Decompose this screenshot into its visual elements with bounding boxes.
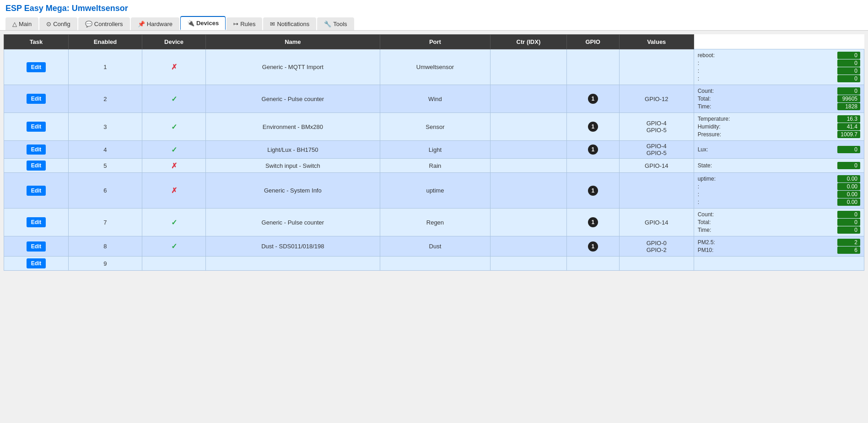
value-row: Count:0 — [698, 87, 860, 95]
device-name: Light/Lux - BH1750 — [206, 141, 380, 159]
values-cell: Temperature:16.3Humidity:41.4Pressure:10… — [694, 113, 864, 141]
edit-button[interactable]: Edit — [27, 186, 46, 196]
controllers-icon: 💬 — [85, 21, 92, 27]
col-header-port: Port — [380, 35, 490, 49]
edit-cell: Edit — [4, 113, 69, 141]
hardware-icon: 📌 — [138, 21, 145, 27]
device-name: Generic - Pulse counter — [206, 85, 380, 113]
nav-tab-tools[interactable]: 🔧Tools — [317, 17, 354, 30]
edit-button[interactable]: Edit — [27, 258, 46, 268]
value-label: Count: — [698, 88, 734, 94]
cross-icon: ✗ — [171, 187, 177, 194]
table-row: Edit8✓Dust - SDS011/018/198Dust1GPIO-0 G… — [4, 236, 864, 257]
value-row: Lux:0 — [698, 146, 860, 153]
devices-label: Devices — [196, 20, 219, 27]
main-label: Main — [19, 21, 32, 27]
cross-icon: ✗ — [171, 162, 177, 170]
edit-button[interactable]: Edit — [27, 241, 46, 252]
gpio-cell: GPIO-4 GPIO-5 — [619, 113, 694, 141]
value-label: : — [698, 191, 734, 198]
edit-button[interactable]: Edit — [27, 122, 46, 132]
enabled-cell: ✓ — [142, 141, 205, 159]
enabled-cell: ✗ — [142, 49, 205, 85]
gpio-cell — [619, 173, 694, 209]
value-label: : — [698, 68, 734, 74]
table-row: Edit3✓Environment - BMx280Sensor1GPIO-4 … — [4, 113, 864, 141]
hardware-label: Hardware — [147, 21, 173, 27]
values-cell: PM2.5:2PM10:6 — [694, 236, 864, 257]
task-number: 3 — [68, 113, 142, 141]
nav-tab-notifications[interactable]: ✉Notifications — [263, 17, 316, 30]
gpio-cell — [619, 49, 694, 85]
value-label: Pressure: — [698, 131, 734, 138]
table-header: TaskEnabledDeviceNamePortCtr (IDX)GPIOVa… — [4, 35, 864, 49]
ctr-cell: 1 — [566, 209, 619, 236]
nav-tab-devices[interactable]: 🔌Devices — [180, 16, 226, 30]
value-label: PM10: — [698, 247, 734, 253]
nav-tab-controllers[interactable]: 💬Controllers — [78, 17, 130, 30]
value-row: :0.00 — [698, 191, 860, 198]
task-name: Rain — [380, 159, 490, 173]
ctr-badge: 1 — [588, 94, 598, 104]
value-label: Temperature: — [698, 116, 734, 122]
table-row: Edit2✓Generic - Pulse counterWind1GPIO-1… — [4, 85, 864, 113]
edit-button[interactable]: Edit — [27, 62, 46, 72]
notifications-icon: ✉ — [270, 21, 275, 27]
tools-label: Tools — [333, 21, 347, 27]
enabled-cell: ✓ — [142, 236, 205, 257]
enabled-cell: ✗ — [142, 173, 205, 209]
task-name: Light — [380, 141, 490, 159]
nav-tab-config[interactable]: ⊙Config — [39, 17, 77, 30]
ctr-cell — [566, 159, 619, 173]
task-name — [380, 257, 490, 271]
port-cell — [491, 257, 566, 271]
edit-button[interactable]: Edit — [27, 145, 46, 155]
nav-tabs: △Main⊙Config💬Controllers📌Hardware🔌Device… — [5, 16, 863, 30]
col-header-ctr--idx-: Ctr (IDX) — [491, 35, 566, 49]
edit-button[interactable]: Edit — [27, 217, 46, 227]
port-cell — [491, 113, 566, 141]
col-header-enabled: Enabled — [68, 35, 142, 49]
check-icon: ✓ — [171, 219, 177, 226]
edit-cell: Edit — [4, 159, 69, 173]
device-name — [206, 257, 380, 271]
value-badge: 1828 — [837, 103, 860, 110]
nav-tab-hardware[interactable]: 📌Hardware — [131, 17, 179, 30]
device-name: Generic - System Info — [206, 173, 380, 209]
rules-icon: ↦ — [233, 21, 238, 27]
value-row: :0.00 — [698, 198, 860, 206]
task-name: Dust — [380, 236, 490, 257]
check-icon: ✓ — [171, 95, 177, 103]
page-header: ESP Easy Mega: Umweltsensor △Main⊙Config… — [0, 0, 868, 31]
value-row: uptime:0.00 — [698, 175, 860, 182]
value-row: Total:0 — [698, 219, 860, 226]
nav-tab-rules[interactable]: ↦Rules — [226, 17, 262, 30]
value-row: Total:99605 — [698, 95, 860, 102]
value-row: PM10:6 — [698, 246, 860, 254]
task-number: 8 — [68, 236, 142, 257]
value-label: : — [698, 199, 734, 205]
value-row: :0.00 — [698, 183, 860, 190]
task-name: uptime — [380, 173, 490, 209]
col-header-task: Task — [4, 35, 69, 49]
devices-table: TaskEnabledDeviceNamePortCtr (IDX)GPIOVa… — [4, 34, 864, 271]
gpio-cell: GPIO-14 — [619, 209, 694, 236]
task-number: 5 — [68, 159, 142, 173]
enabled-cell: ✓ — [142, 85, 205, 113]
edit-cell: Edit — [4, 209, 69, 236]
edit-cell: Edit — [4, 236, 69, 257]
nav-tab-main[interactable]: △Main — [5, 17, 38, 30]
port-cell — [491, 85, 566, 113]
ctr-cell — [566, 257, 619, 271]
task-number: 6 — [68, 173, 142, 209]
page-title: ESP Easy Mega: Umweltsensor — [5, 4, 863, 13]
value-label: Humidity: — [698, 123, 734, 130]
port-cell — [491, 159, 566, 173]
task-number: 2 — [68, 85, 142, 113]
edit-button[interactable]: Edit — [27, 94, 46, 104]
value-badge: 0 — [837, 219, 860, 226]
edit-button[interactable]: Edit — [27, 161, 46, 171]
ctr-cell: 1 — [566, 141, 619, 159]
value-badge: 0 — [837, 162, 860, 169]
table-row: Edit4✓Light/Lux - BH1750Light1GPIO-4 GPI… — [4, 141, 864, 159]
